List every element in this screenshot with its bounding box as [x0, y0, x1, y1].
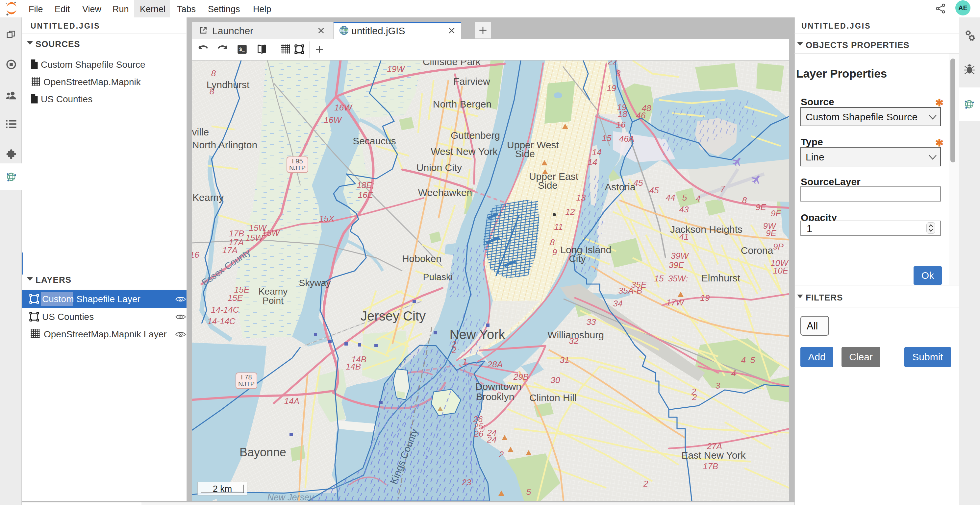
svg-text:15W: 15W: [262, 228, 280, 238]
svg-text:16E: 16E: [358, 190, 373, 200]
svg-text:16W: 16W: [324, 115, 342, 125]
svg-text:4: 4: [696, 194, 700, 203]
svg-text:7: 7: [721, 184, 726, 194]
svg-text:12: 12: [565, 207, 575, 217]
svg-text:17W: 17W: [666, 297, 684, 307]
svg-text:39W: 39W: [671, 251, 689, 261]
svg-text:New Jersey: New Jersey: [267, 492, 314, 501]
svg-text:14: 14: [592, 147, 602, 157]
svg-text:Kearny: Kearny: [259, 286, 288, 297]
svg-text:19W: 19W: [387, 64, 405, 74]
svg-text:17A: 17A: [223, 245, 237, 255]
svg-text:34: 34: [613, 299, 623, 308]
svg-text:9E: 9E: [766, 228, 776, 238]
svg-text:15W: 15W: [245, 233, 264, 243]
svg-text:46A: 46A: [619, 134, 634, 144]
svg-text:30: 30: [551, 375, 560, 385]
svg-text:Weehawken: Weehawken: [418, 187, 473, 198]
svg-text:43: 43: [679, 205, 689, 214]
svg-text:3: 3: [616, 68, 621, 78]
svg-text:39E: 39E: [669, 260, 684, 270]
svg-text:19: 19: [700, 293, 710, 303]
svg-text:5: 5: [527, 487, 531, 497]
svg-text:16: 16: [616, 120, 626, 130]
svg-text:14-14C: 14-14C: [207, 316, 235, 326]
svg-text:$_: $_: [239, 47, 245, 52]
svg-text:NJTP: NJTP: [289, 164, 305, 172]
svg-text:19: 19: [607, 83, 616, 93]
svg-text:Secaucus: Secaucus: [353, 135, 396, 146]
svg-text:1: 1: [463, 357, 467, 367]
svg-text:Fairview: Fairview: [453, 76, 490, 87]
svg-text:28A: 28A: [487, 359, 503, 369]
svg-text:2: 2: [499, 449, 504, 459]
svg-text:9E: 9E: [771, 208, 781, 218]
svg-text:I 78: I 78: [241, 373, 252, 381]
svg-text:16: 16: [192, 250, 199, 260]
svg-text:9P: 9P: [773, 241, 784, 251]
svg-text:Pulaski: Pulaski: [423, 272, 453, 282]
svg-text:46: 46: [636, 110, 646, 120]
svg-text:Bayonne: Bayonne: [240, 446, 286, 459]
svg-text:New York: New York: [450, 327, 506, 341]
svg-text:14: 14: [588, 157, 597, 167]
svg-text:14B: 14B: [346, 362, 361, 372]
svg-text:35W:: 35W:: [668, 273, 688, 283]
svg-text:West New York: West New York: [431, 146, 498, 157]
svg-text:Jersey City: Jersey City: [361, 309, 426, 323]
svg-text:Williamsburg: Williamsburg: [547, 329, 604, 340]
svg-text:8: 8: [742, 195, 747, 205]
svg-text:Long Island: Long Island: [560, 244, 611, 255]
svg-text:Side: Side: [515, 148, 535, 159]
svg-text:15: 15: [602, 133, 612, 143]
svg-text:Cliffside Park: Cliffside Park: [423, 60, 481, 67]
svg-text:17B: 17B: [703, 461, 718, 471]
svg-text:I 95: I 95: [292, 157, 303, 165]
svg-text:North Bergen: North Bergen: [433, 98, 492, 110]
svg-text:Corona: Corona: [741, 245, 773, 256]
svg-text:13: 13: [576, 193, 586, 203]
svg-text:eville: eville: [192, 127, 209, 137]
svg-text:14-14C: 14-14C: [211, 305, 239, 314]
svg-text:Kearny: Kearny: [192, 192, 224, 203]
svg-text:Jackson Heights: Jackson Heights: [670, 224, 743, 235]
svg-text:17B: 17B: [229, 229, 244, 238]
svg-text:City: City: [569, 253, 586, 264]
svg-text:10E: 10E: [773, 266, 789, 276]
svg-text:4: 4: [741, 355, 746, 365]
svg-text:2: 2: [692, 392, 697, 402]
svg-text:3: 3: [716, 381, 721, 391]
svg-text:Elmhurst: Elmhurst: [702, 273, 740, 283]
svg-text:8: 8: [550, 237, 555, 247]
svg-text:16W: 16W: [334, 103, 353, 113]
svg-text:23: 23: [461, 477, 471, 487]
svg-text:29B: 29B: [513, 372, 529, 382]
svg-text:Downtown: Downtown: [476, 381, 522, 392]
svg-text:44: 44: [666, 193, 675, 203]
svg-text:Point: Point: [262, 295, 283, 306]
svg-text:2: 2: [451, 345, 457, 355]
svg-text:8: 8: [211, 68, 216, 78]
svg-text:2: 2: [643, 479, 648, 489]
svg-text:Skyway: Skyway: [299, 278, 331, 288]
svg-text:11: 11: [554, 222, 563, 232]
svg-text:18: 18: [618, 109, 627, 119]
svg-text:Astoria: Astoria: [605, 181, 636, 192]
svg-text:East New York: East New York: [681, 450, 746, 461]
svg-text:9: 9: [552, 247, 557, 257]
svg-text:NJTP: NJTP: [238, 380, 255, 387]
svg-text:45: 45: [649, 186, 659, 195]
svg-text:5: 5: [682, 193, 687, 203]
svg-text:26: 26: [474, 429, 484, 438]
svg-text:24: 24: [487, 435, 497, 445]
svg-text:9E: 9E: [756, 202, 766, 212]
svg-text:15X: 15X: [319, 214, 335, 224]
svg-text:Clinton Hill: Clinton Hill: [529, 392, 576, 403]
svg-text:Union City: Union City: [417, 162, 462, 173]
svg-text:15: 15: [654, 273, 664, 283]
svg-text:35A-B: 35A-B: [619, 286, 642, 295]
svg-text:Hoboken: Hoboken: [402, 253, 441, 264]
svg-text:5: 5: [750, 355, 755, 365]
svg-text:4: 4: [731, 368, 736, 378]
svg-text:33: 33: [587, 317, 596, 327]
